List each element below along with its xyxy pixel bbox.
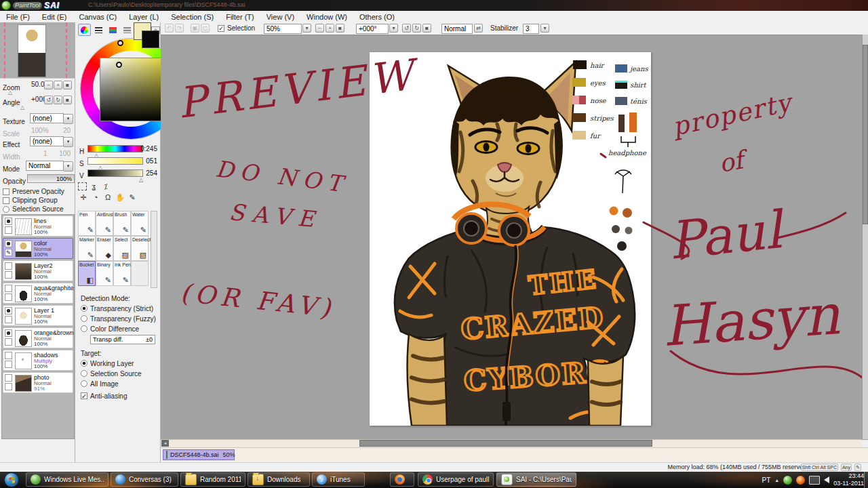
- view-angle-combo[interactable]: +000°: [356, 24, 389, 34]
- tool-deselect[interactable]: Deselect▧: [131, 236, 149, 261]
- rotate-ccw-button[interactable]: ↺: [44, 96, 53, 104]
- layer-visibility-toggle[interactable]: [5, 218, 12, 225]
- color-wheel-tab-icon[interactable]: [78, 24, 91, 36]
- layer-row-color-selected[interactable]: ✎ color Normal 100%: [3, 238, 73, 259]
- zoom-slider-marker[interactable]: △: [8, 89, 12, 96]
- transp-diff-field[interactable]: Transp diff. ±0: [90, 335, 155, 344]
- vertical-scrollbar-thumb[interactable]: [863, 45, 868, 224]
- zoom-tool-icon[interactable]: ◔: [90, 193, 101, 202]
- layer-visibility-toggle[interactable]: [5, 307, 12, 314]
- taskbar-sai-active[interactable]: SAI - C:\Users\Paul...: [496, 472, 576, 487]
- layer-row-layer1[interactable]: Layer 1 Normal 100%: [3, 305, 73, 326]
- language-indicator[interactable]: PT: [762, 476, 771, 484]
- taskbar-itunes[interactable]: ♪ iTunes: [312, 472, 365, 487]
- target-working-layer-radio[interactable]: [81, 360, 87, 367]
- texture-select[interactable]: (none): [30, 113, 64, 123]
- tool-water[interactable]: Water✎: [131, 211, 149, 236]
- view-zoom-in-button[interactable]: +: [326, 24, 334, 33]
- layer-mode-dropdown-button[interactable]: ▾: [63, 161, 73, 171]
- taskbar-random-2011-folder[interactable]: Random 2011: [180, 472, 245, 487]
- view-zoom-dropdown[interactable]: ▾: [302, 24, 311, 33]
- rgb-sliders-tab-icon[interactable]: [106, 24, 119, 36]
- effect-dropdown-button[interactable]: ▾: [63, 137, 73, 147]
- saturation-value-square[interactable]: [100, 58, 163, 121]
- volume-tray-icon[interactable]: [824, 476, 829, 483]
- magic-wand-tool-icon[interactable]: ⁒: [100, 182, 111, 191]
- layer-visibility-toggle[interactable]: [5, 262, 12, 270]
- selection-visible-checkbox[interactable]: ✓: [218, 25, 224, 32]
- tool-brush[interactable]: Brush✎: [113, 211, 131, 236]
- menu-layer[interactable]: Layer (L): [123, 13, 165, 21]
- angle-reset-button[interactable]: ■: [63, 96, 72, 104]
- antialiasing-checkbox[interactable]: ✓: [81, 392, 87, 399]
- effect-select[interactable]: (none): [30, 136, 64, 146]
- tool-eraser[interactable]: Eraser◆: [96, 236, 113, 261]
- view-zoom-combo[interactable]: 50%: [264, 24, 302, 34]
- preserve-opacity-checkbox[interactable]: [3, 188, 9, 195]
- canvas-workspace[interactable]: THE CRAZED CYBORG: [161, 35, 868, 440]
- show-hidden-icons-arrow[interactable]: ▲: [774, 478, 779, 483]
- target-all-image-radio[interactable]: [81, 380, 87, 387]
- move-tool-icon[interactable]: ✛: [78, 193, 89, 202]
- layer-visibility-toggle[interactable]: [5, 352, 12, 359]
- tool-select[interactable]: Select▨: [113, 236, 131, 261]
- rect-select-tool-icon[interactable]: [78, 182, 87, 190]
- taskbar-windows-live-messenger[interactable]: Windows Live Mes...: [26, 472, 108, 487]
- layer-row-lines[interactable]: lines Normal 100%: [3, 216, 73, 237]
- clipping-group-checkbox[interactable]: [3, 197, 9, 204]
- view-angle-dropdown[interactable]: ▾: [389, 24, 398, 33]
- rotate-tool-icon[interactable]: Ω: [102, 193, 113, 202]
- hue-ring-marker[interactable]: [117, 40, 123, 46]
- network-tray-icon[interactable]: [809, 476, 820, 485]
- start-button[interactable]: [4, 472, 19, 487]
- angle-slider-marker[interactable]: △: [20, 104, 24, 110]
- menu-canvas[interactable]: Canvas (C): [73, 13, 123, 21]
- taskbar-firefox[interactable]: [390, 472, 414, 487]
- layer-row-aquagraphite[interactable]: aqua&graphite Normal 100%: [3, 283, 73, 304]
- value-slider-marker[interactable]: △: [139, 177, 143, 183]
- menu-window[interactable]: Window (W): [300, 13, 353, 21]
- layer-visibility-toggle[interactable]: [5, 240, 12, 247]
- menu-view[interactable]: View (V): [260, 13, 300, 21]
- menu-filter[interactable]: Filter (T): [220, 13, 260, 21]
- layer-mode-select[interactable]: Normal: [26, 161, 64, 171]
- flip-view-button[interactable]: ⇄: [474, 24, 483, 33]
- layer-opacity-bar[interactable]: 100%: [27, 174, 75, 183]
- menu-selection[interactable]: Selection (S): [165, 13, 220, 21]
- detection-fuzzy-radio[interactable]: [81, 315, 87, 322]
- layer-visibility-toggle[interactable]: [5, 329, 12, 337]
- color-bars-tab-icon[interactable]: [92, 24, 105, 36]
- tool-airbrush[interactable]: AirBrush✎: [96, 211, 113, 236]
- texture-dropdown-button[interactable]: ▾: [63, 114, 73, 124]
- eyedropper-tool-icon[interactable]: ✎: [127, 193, 138, 202]
- layer-visibility-toggle[interactable]: [5, 285, 12, 292]
- show-desktop-button[interactable]: [864, 472, 868, 488]
- value-slider[interactable]: [87, 169, 143, 177]
- hue-slider[interactable]: [87, 145, 143, 152]
- view-zoom-out-button[interactable]: −: [315, 24, 324, 33]
- layer-row-layer2[interactable]: Layer2 Normal 100%: [3, 260, 73, 281]
- selection-clear-button[interactable]: ▢: [201, 24, 210, 33]
- utorrent-tray-icon[interactable]: [783, 476, 792, 485]
- tool-grid-scrollbar[interactable]: [151, 211, 157, 288]
- document-tab[interactable]: DSCF5448-4b.sai 50%: [163, 449, 235, 460]
- zoom-reset-button[interactable]: ■: [63, 81, 72, 89]
- layer-visibility-toggle[interactable]: [5, 374, 12, 382]
- tool-binary[interactable]: Binary✎: [96, 261, 113, 286]
- hand-tool-icon[interactable]: ✋: [115, 193, 125, 202]
- orange-app-tray-icon[interactable]: [796, 476, 805, 485]
- navigator-preview[interactable]: [0, 22, 75, 79]
- tool-bucket-selected[interactable]: Bucket◧: [78, 261, 96, 286]
- drawing-canvas[interactable]: THE CRAZED CYBORG: [370, 52, 651, 426]
- stabilizer-dropdown[interactable]: ▾: [540, 24, 549, 33]
- taskbar-clock[interactable]: 23:44 03-11-2011: [833, 472, 864, 487]
- saturation-slider[interactable]: [87, 157, 143, 165]
- menu-file[interactable]: File (F): [0, 13, 36, 21]
- zoom-out-button[interactable]: −: [44, 81, 53, 89]
- selection-invert-button[interactable]: ▣: [191, 24, 199, 33]
- view-zoom-reset-button[interactable]: ■: [336, 24, 344, 33]
- view-rotate-ccw-button[interactable]: ↺: [402, 24, 411, 33]
- selection-source-radio[interactable]: [3, 206, 9, 213]
- lasso-tool-icon[interactable]: ʓ: [88, 182, 99, 191]
- taskbar-conversas[interactable]: Conversas (3): [111, 472, 178, 487]
